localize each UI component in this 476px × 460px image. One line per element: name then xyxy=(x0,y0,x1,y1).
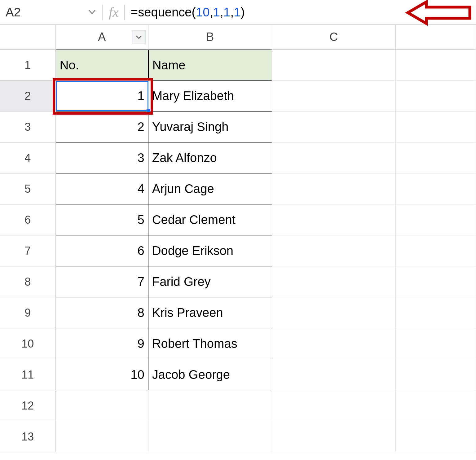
cell-a10[interactable]: 9 xyxy=(56,328,148,359)
row-header[interactable]: 11 xyxy=(0,359,56,390)
cell-c11[interactable] xyxy=(272,359,396,390)
row-header[interactable]: 1 xyxy=(0,50,56,81)
cell-c5[interactable] xyxy=(272,173,396,204)
cell-content: 7 xyxy=(137,275,144,289)
row-header[interactable]: 5 xyxy=(0,173,56,204)
cell-d11[interactable] xyxy=(396,359,476,390)
row-header[interactable]: 8 xyxy=(0,266,56,297)
cell-b9[interactable]: Kris Praveen xyxy=(148,297,272,328)
cell-a5[interactable]: 4 xyxy=(56,173,148,204)
row-number: 7 xyxy=(24,244,31,257)
cell-a4[interactable]: 3 xyxy=(56,142,148,173)
divider xyxy=(124,5,125,20)
cell-b11[interactable]: Jacob George xyxy=(148,359,272,390)
cell-content: Robert Thomas xyxy=(152,337,237,351)
cell-a13[interactable] xyxy=(56,421,148,452)
cell-c12[interactable] xyxy=(272,390,396,421)
cell-c13[interactable] xyxy=(272,421,396,452)
cell-d3[interactable] xyxy=(396,112,476,142)
select-all-corner[interactable] xyxy=(0,25,56,50)
row-header[interactable]: 3 xyxy=(0,112,56,142)
formula-arg: 1 xyxy=(213,5,220,19)
cell-d9[interactable] xyxy=(396,297,476,328)
name-box[interactable]: A2 xyxy=(0,5,99,19)
cell-c8[interactable] xyxy=(272,266,396,297)
divider xyxy=(102,5,103,20)
cell-c6[interactable] xyxy=(272,204,396,235)
cell-content: Yuvaraj Singh xyxy=(152,120,229,134)
cell-b3[interactable]: Yuvaraj Singh xyxy=(148,112,272,142)
grid-row: 7 6 Dodge Erikson xyxy=(0,235,476,266)
cell-a12[interactable] xyxy=(56,390,148,421)
cell-d10[interactable] xyxy=(396,328,476,359)
row-header[interactable]: 9 xyxy=(0,297,56,328)
cell-b12[interactable] xyxy=(148,390,272,421)
row-header[interactable]: 12 xyxy=(0,390,56,421)
cell-a7[interactable]: 6 xyxy=(56,235,148,266)
column-header-d[interactable] xyxy=(396,25,476,50)
cell-b2[interactable]: Mary Elizabeth xyxy=(148,81,272,112)
column-header-a[interactable]: A xyxy=(56,25,148,50)
column-header-c[interactable]: C xyxy=(272,25,396,50)
cell-d5[interactable] xyxy=(396,173,476,204)
cell-b13[interactable] xyxy=(148,421,272,452)
cell-c3[interactable] xyxy=(272,112,396,142)
cell-a3[interactable]: 2 xyxy=(56,112,148,142)
formula-function: sequence xyxy=(138,5,192,19)
row-header[interactable]: 2 xyxy=(0,81,56,112)
cell-content: Farid Grey xyxy=(152,275,211,289)
column-dropdown-icon[interactable] xyxy=(132,30,146,44)
cell-a6[interactable]: 5 xyxy=(56,204,148,235)
row-number: 12 xyxy=(21,399,34,412)
cell-b10[interactable]: Robert Thomas xyxy=(148,328,272,359)
cell-d12[interactable] xyxy=(396,390,476,421)
cell-b8[interactable]: Farid Grey xyxy=(148,266,272,297)
grid-row: 13 xyxy=(0,421,476,452)
grid-row: 5 4 Arjun Cage xyxy=(0,173,476,204)
cell-d7[interactable] xyxy=(396,235,476,266)
row-header[interactable]: 13 xyxy=(0,421,56,452)
cell-a8[interactable]: 7 xyxy=(56,266,148,297)
grid-row: 1 No. Name xyxy=(0,50,476,81)
cell-a9[interactable]: 8 xyxy=(56,297,148,328)
formula-paren-open: ( xyxy=(192,5,196,19)
row-header[interactable]: 4 xyxy=(0,142,56,173)
formula-equals: = xyxy=(131,5,138,19)
row-header[interactable]: 6 xyxy=(0,204,56,235)
grid-row: 6 5 Cedar Clement xyxy=(0,204,476,235)
row-header[interactable]: 10 xyxy=(0,328,56,359)
cell-a2[interactable]: 1 xyxy=(56,81,148,112)
cell-c1[interactable] xyxy=(272,50,396,81)
cell-c9[interactable] xyxy=(272,297,396,328)
row-number: 6 xyxy=(24,213,31,226)
row-number: 10 xyxy=(21,337,34,350)
cell-b7[interactable]: Dodge Erikson xyxy=(148,235,272,266)
cell-b5[interactable]: Arjun Cage xyxy=(148,173,272,204)
fx-icon[interactable]: fx xyxy=(106,4,124,20)
cell-content: Cedar Clement xyxy=(152,213,236,227)
name-box-dropdown-icon[interactable] xyxy=(89,9,95,16)
cell-d8[interactable] xyxy=(396,266,476,297)
cell-d13[interactable] xyxy=(396,421,476,452)
cell-content: No. xyxy=(60,58,79,72)
cell-content: 8 xyxy=(137,306,144,320)
fill-handle[interactable] xyxy=(147,109,150,113)
cell-d6[interactable] xyxy=(396,204,476,235)
cell-d2[interactable] xyxy=(396,81,476,112)
column-header-b[interactable]: B xyxy=(148,25,272,50)
cell-b6[interactable]: Cedar Clement xyxy=(148,204,272,235)
cell-d4[interactable] xyxy=(396,142,476,173)
cell-d1[interactable] xyxy=(396,50,476,81)
cell-a11[interactable]: 10 xyxy=(56,359,148,390)
cell-c7[interactable] xyxy=(272,235,396,266)
cell-c4[interactable] xyxy=(272,142,396,173)
cell-b1[interactable]: Name xyxy=(148,50,272,81)
row-number: 5 xyxy=(24,182,31,195)
cell-c10[interactable] xyxy=(272,328,396,359)
grid-row: 12 xyxy=(0,390,476,421)
cell-c2[interactable] xyxy=(272,81,396,112)
row-number: 8 xyxy=(24,275,31,288)
cell-a1[interactable]: No. xyxy=(56,50,148,81)
row-header[interactable]: 7 xyxy=(0,235,56,266)
cell-b4[interactable]: Zak Alfonzo xyxy=(148,142,272,173)
